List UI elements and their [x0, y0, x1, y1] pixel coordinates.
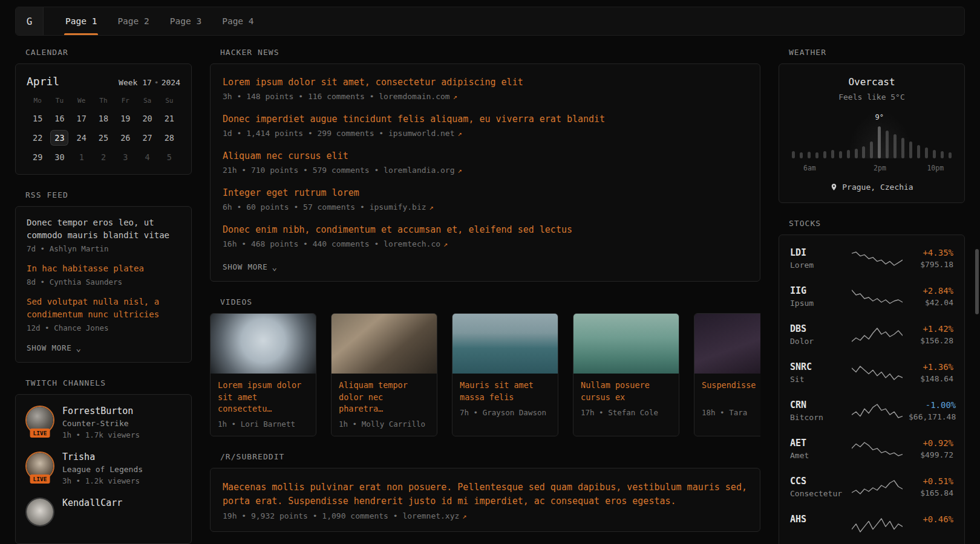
stock-id: AHS [790, 514, 846, 536]
weather-bar [792, 151, 795, 158]
calendar-day[interactable]: 1 [73, 150, 90, 164]
calendar-day[interactable]: 21 [161, 111, 178, 126]
calendar-header: April Week 17•2024 [27, 75, 180, 88]
rss-item-title[interactable]: In hac habitasse platea [27, 262, 180, 275]
hn-meta-text: 6h • 60 points • 57 comments • [223, 202, 365, 212]
calendar-dow: Tu [48, 97, 70, 106]
video-thumbnail [332, 314, 437, 374]
stock-change: +0.92% [909, 438, 953, 448]
calendar-day[interactable]: 22 [29, 131, 46, 145]
hn-meta-text: 21h • 710 points • 579 comments • [223, 166, 379, 175]
weather-bar [917, 145, 920, 158]
hn-item-domain[interactable]: ipsumify.biz [370, 202, 426, 212]
calendar-day[interactable]: 3 [117, 150, 134, 164]
calendar-day[interactable]: 24 [73, 131, 90, 145]
calendar-day[interactable]: 19 [117, 111, 134, 126]
calendar-day[interactable]: 15 [29, 111, 46, 126]
weather-bar [831, 150, 834, 158]
stock-row[interactable]: AET Amet +0.92% $499.72 [789, 430, 955, 468]
calendar-day[interactable]: 26 [117, 131, 134, 145]
video-card[interactable]: Lorem ipsum dolor sit amet consectetu… 1… [210, 313, 316, 436]
video-card[interactable]: Aliquam tempor dolor nec pharetra… 1h • … [331, 313, 437, 436]
calendar-day[interactable]: 27 [139, 131, 156, 145]
calendar-day[interactable]: 28 [161, 131, 178, 145]
twitch-channel-name[interactable]: KendallCarr [62, 497, 122, 508]
video-card[interactable]: Nullam posuere cursus ex 17h • Stefan Co… [573, 313, 679, 436]
twitch-channel-name[interactable]: Trisha [62, 452, 143, 462]
rss-section: RSS FEED Donec tempor eros leo, ut commo… [15, 190, 192, 363]
video-card[interactable]: Suspendisse diam 18h • Tara [694, 313, 760, 436]
calendar-year: 2024 [162, 78, 180, 87]
hacker-news-section: HACKER NEWS Lorem ipsum dolor sit amet, … [210, 48, 760, 282]
tab-page-1[interactable]: Page 1 [57, 7, 105, 35]
hn-item-meta: 16h • 468 points • 440 comments • loremt… [223, 239, 748, 248]
rss-show-more-button[interactable]: SHOW MORE ⌄ [27, 342, 82, 354]
app-logo[interactable]: G [16, 7, 44, 35]
stock-id: DBS Dolor [790, 323, 846, 346]
hn-item-domain[interactable]: loremlandia.org [384, 166, 454, 175]
video-title: Lorem ipsum dolor sit amet consectetu… [218, 380, 309, 415]
stock-symbol: AET [790, 438, 846, 448]
hn-item-domain[interactable]: ipsumworld.net [388, 129, 455, 138]
twitch-channel-name[interactable]: ForrestBurton [62, 406, 140, 416]
hn-item-title[interactable]: Integer eget rutrum lorem [223, 187, 748, 199]
calendar-day[interactable]: 5 [161, 150, 178, 164]
stock-change: +0.46% [909, 514, 953, 524]
right-column: WEATHER Overcast Feels like 5°C 9° 6am 2… [779, 48, 965, 544]
weather-chart: 9° [790, 123, 953, 158]
calendar-day[interactable]: 29 [29, 150, 46, 164]
calendar-day[interactable]: 2 [95, 150, 112, 164]
weather-bar [855, 149, 858, 158]
stock-row[interactable]: CCS Consectetur +0.51% $165.84 [789, 468, 955, 506]
calendar-dow: Th [93, 97, 114, 106]
weather-location: Prague, Czechia [790, 183, 953, 192]
hn-item-title[interactable]: Donec imperdiet augue tincidunt felis al… [223, 113, 748, 126]
stock-row[interactable]: CRN Bitcorn -1.00% $66,171.48 [789, 392, 955, 430]
rss-item-title[interactable]: Sed volutpat nulla nisl, a condimentum n… [27, 296, 180, 321]
stock-row[interactable]: SNRC Sit +1.36% $148.64 [789, 354, 955, 392]
stock-values: +0.92% $499.72 [909, 438, 953, 459]
tab-page-3[interactable]: Page 3 [162, 7, 210, 35]
tab-page-2[interactable]: Page 2 [109, 7, 157, 35]
calendar-day[interactable]: 4 [139, 150, 156, 164]
video-info: Suspendisse diam 18h • Tara [694, 374, 760, 424]
stock-row[interactable]: AHS +0.46% [789, 506, 955, 544]
calendar-dow: Su [158, 97, 180, 106]
hn-item-domain[interactable]: loremdomain.com [379, 92, 449, 101]
hn-item-title[interactable]: Lorem ipsum dolor sit amet, consectetur … [223, 76, 748, 89]
calendar-day[interactable]: 23 [51, 131, 68, 145]
stock-row[interactable]: LDI Lorem +4.35% $795.18 [789, 239, 955, 277]
subreddit-item-domain[interactable]: loremnet.xyz [402, 511, 459, 520]
stock-row[interactable]: DBS Dolor +1.42% $156.28 [789, 316, 955, 354]
hn-item-title[interactable]: Donec enim nibh, condimentum et accumsan… [223, 224, 748, 236]
twitch-channel-category: Counter-Strike [62, 419, 140, 428]
scrollbar[interactable] [975, 249, 979, 314]
external-link-icon: ↗ [458, 166, 462, 175]
stock-name: Sit [790, 375, 846, 384]
rss-show-more-label: SHOW MORE [27, 343, 71, 352]
video-card[interactable]: Mauris sit amet massa felis 7h • Grayson… [452, 313, 558, 436]
hn-item: Donec enim nibh, condimentum et accumsan… [223, 224, 748, 248]
subreddit-item-title[interactable]: Maecenas mollis pulvinar erat non posuer… [223, 481, 748, 509]
calendar-day[interactable]: 18 [95, 111, 112, 126]
calendar-day[interactable]: 20 [139, 111, 156, 126]
rss-item-meta: 12d • Chance Jones [27, 323, 180, 332]
rss-item-title[interactable]: Donec tempor eros leo, ut commodo mauris… [27, 216, 180, 242]
stock-price: $156.28 [909, 336, 953, 345]
calendar-day[interactable]: 25 [95, 131, 112, 145]
stock-price [909, 526, 953, 536]
calendar-day[interactable]: 30 [51, 150, 68, 164]
hn-item-domain[interactable]: loremtech.co [384, 239, 440, 248]
hn-item-meta: 1d • 1,414 points • 299 comments • ipsum… [223, 129, 748, 138]
weather-section: WEATHER Overcast Feels like 5°C 9° 6am 2… [779, 48, 965, 203]
calendar-day[interactable]: 17 [73, 111, 90, 126]
stocks-widget: LDI Lorem +4.35% $795.18 IIG Ipsum [779, 235, 965, 544]
video-meta: 17h • Stefan Cole [581, 408, 671, 417]
hn-item-meta: 21h • 710 points • 579 comments • loreml… [223, 166, 748, 175]
stock-price: $66,171.48 [909, 412, 956, 421]
calendar-day[interactable]: 16 [51, 111, 68, 126]
hn-show-more-button[interactable]: SHOW MORE ⌄ [223, 261, 278, 273]
stock-row[interactable]: IIG Ipsum +2.84% $42.04 [789, 277, 955, 316]
tab-page-4[interactable]: Page 4 [214, 7, 262, 35]
hn-item-title[interactable]: Aliquam nec cursus elit [223, 150, 748, 163]
